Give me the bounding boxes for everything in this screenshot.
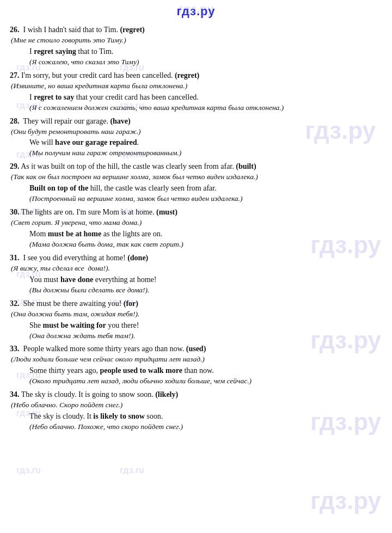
page-header: гдз.ру [0, 0, 392, 22]
exercise-34-main: 34. The sky is cloudy. It is going to sn… [10, 389, 382, 400]
exercise-31-translation: (Я вижу, ты сделал все дома!). [11, 264, 382, 274]
exercise-27-num: 27. [10, 71, 20, 79]
exercise-30: 30. The lights are on. I'm sure Mom is a… [10, 206, 382, 250]
exercise-30-translation: (Свет горит. Я уверена, что мама дома.) [11, 218, 382, 228]
exercise-34-answer-translation: (Небо облачно. Похоже, что скоро пойдет … [29, 422, 382, 432]
exercise-33-answer: Some thirty years ago, people used to wa… [29, 365, 382, 376]
exercise-31-answer-translation: (Вы должны были сделать все дома!). [29, 285, 382, 296]
exercise-26: 26. I wish I hadn't said that to Tim. (r… [10, 24, 382, 68]
exercise-33: 33. People walked more some thirty years… [10, 343, 382, 387]
exercise-29-answer-translation: (Построенный на вершине холма, замок был… [29, 194, 382, 204]
exercise-31-main: 31. I see you did everything at home! (d… [10, 252, 382, 264]
exercise-27-translation: (Извините, но ваша кредитная карта была … [11, 81, 382, 91]
exercise-26-num: 26. [10, 26, 20, 34]
watermark-15: гдз.ru [120, 465, 144, 475]
exercise-28-answer: We will have our garage repaired. [29, 137, 382, 148]
exercise-27: 27. I'm sorry, but your credit card has … [10, 70, 382, 113]
exercise-33-main: 33. People walked more some thirty years… [10, 343, 382, 354]
exercise-26-main: 26. I wish I hadn't said that to Tim. (r… [10, 24, 382, 35]
exercise-33-translation: (Люди ходили больше чем сейчас около три… [11, 354, 382, 365]
exercise-34-num: 34. [10, 390, 20, 399]
exercise-30-answer: Mom must be at home as the lights are on… [29, 228, 382, 240]
exercise-32-answer-translation: (Она должна ждать тебя там!). [29, 331, 382, 341]
exercise-28-answer-translation: (Мы получим наш гараж отремонтированным.… [29, 148, 382, 158]
exercise-29: 29. As it was built on top of the hill, … [10, 161, 382, 204]
exercise-32-main: 32. She must be there awaiting you! (for… [10, 298, 382, 309]
watermark-14: гдз.ru [16, 465, 41, 475]
exercise-31-answer: You must have done everything at home! [29, 274, 382, 285]
exercise-33-num: 33. [10, 345, 20, 353]
exercise-34-answer: The sky is cloudy. It is likely to snow … [29, 411, 382, 422]
exercise-33-answer-translation: (Около тридцати лет назад, люди обычно х… [29, 376, 382, 387]
exercise-28-num: 28. [10, 117, 20, 125]
exercise-32: 32. She must be there awaiting you! (for… [10, 298, 382, 341]
exercise-29-translation: (Так как он был построен на вершине холм… [11, 172, 382, 182]
exercise-32-answer: She must be waiting for you there! [29, 320, 382, 331]
exercise-34-translation: (Небо облачно. Скоро пойдет снег.) [11, 400, 382, 411]
watermark-big-5: гдз.ру [310, 487, 381, 514]
exercise-30-num: 30. [10, 208, 20, 216]
exercise-27-main: 27. I'm sorry, but your credit card has … [10, 70, 382, 81]
exercise-26-answer-translation: (Я сожалею, что сказал это Тиму) [29, 57, 382, 68]
exercise-31: 31. I see you did everything at home! (d… [10, 252, 382, 296]
exercise-28: 28. They will repair our garage. (have) … [10, 115, 382, 159]
exercise-28-translation: (Они будут ремонтировать наш гараж.) [11, 127, 382, 137]
exercise-26-answer: I regret saying that to Tim. [29, 46, 382, 57]
exercise-27-answer-translation: (Я с сожалением должен сказать, что ваша… [29, 103, 382, 113]
exercise-29-answer: Built on top of the hill, the castle was… [29, 182, 382, 194]
exercise-27-answer: I regret to say that your credit card ha… [29, 91, 382, 103]
exercise-31-num: 31. [10, 254, 20, 262]
exercise-26-translation: (Мне не стоило говорить это Тиму.) [11, 35, 382, 46]
exercise-30-answer-translation: (Мама должна быть дома, так как свет гор… [29, 240, 382, 250]
exercise-29-num: 29. [10, 162, 20, 170]
exercise-28-main: 28. They will repair our garage. (have) [10, 115, 382, 127]
exercise-29-main: 29. As it was built on top of the hill, … [10, 161, 382, 172]
content-area: 26. I wish I hadn't said that to Tim. (r… [0, 22, 392, 440]
exercise-32-translation: (Она должна быть там, ожидая тебя!). [11, 309, 382, 320]
exercise-34: 34. The sky is cloudy. It is going to sn… [10, 389, 382, 432]
exercise-30-main: 30. The lights are on. I'm sure Mom is a… [10, 206, 382, 218]
exercise-32-num: 32. [10, 299, 20, 308]
